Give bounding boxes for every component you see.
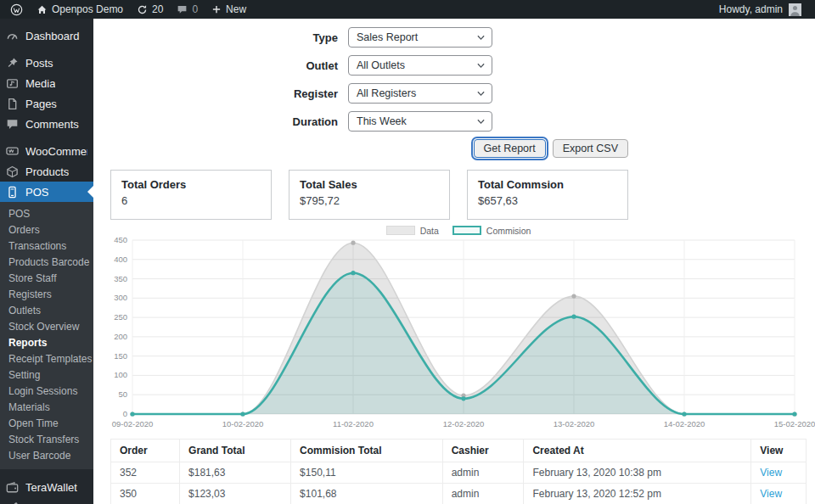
sidebar-item-dashboard[interactable]: Dashboard [0, 25, 93, 46]
chart-legend: Data Commision [110, 225, 807, 236]
sidebar-item-appearance[interactable]: Appearance [0, 497, 93, 504]
svg-text:50: 50 [118, 389, 127, 399]
svg-text:300: 300 [114, 293, 127, 302]
subitem-transactions[interactable]: Transactions [0, 238, 93, 255]
subitem-registers[interactable]: Registers [0, 287, 93, 303]
outlet-label: Outlet [110, 59, 338, 72]
commision-series-swatch [452, 226, 481, 235]
sidebar-item-posts[interactable]: Posts [0, 53, 93, 73]
new-label: New [226, 3, 246, 15]
chevron-down-icon [477, 35, 485, 41]
chevron-down-icon [477, 63, 485, 69]
subitem-pos[interactable]: POS [0, 206, 93, 222]
legend-item-commision[interactable]: Commision [452, 226, 531, 236]
svg-text:09-02-2020: 09-02-2020 [112, 419, 154, 428]
subitem-products-barcode[interactable]: Products Barcode [0, 255, 93, 271]
form-row-type: Type Sales Report [110, 27, 807, 48]
col-grand-total: Grand Total [180, 440, 291, 462]
duration-select[interactable]: This Week [348, 111, 492, 132]
register-select[interactable]: All Registers [348, 83, 492, 104]
svg-text:350: 350 [114, 274, 127, 283]
register-label: Register [110, 87, 338, 100]
sidebar-item-products[interactable]: Products [0, 161, 93, 182]
card-title: Total Sales [300, 178, 439, 191]
type-select[interactable]: Sales Report [348, 27, 492, 48]
view-order-link[interactable]: View [760, 467, 782, 479]
get-report-button[interactable]: Get Report [474, 139, 546, 158]
cashier: admin [442, 462, 524, 484]
register-select-value: All Registers [357, 87, 416, 99]
col-order: Order [111, 440, 180, 462]
comments-menu[interactable]: 0 [170, 0, 205, 19]
svg-text:10-02-2020: 10-02-2020 [222, 419, 264, 428]
svg-text:12-02-2020: 12-02-2020 [443, 419, 485, 428]
export-csv-button[interactable]: Export CSV [553, 139, 628, 158]
total-commission-card: Total Commsion $657,63 [467, 170, 628, 220]
outlet-select[interactable]: All Outlets [348, 55, 492, 76]
subitem-user-barcode[interactable]: User Barcode [0, 448, 93, 464]
dashboard-gauge-icon [6, 30, 19, 42]
updates-icon [137, 4, 148, 15]
sidebar-item-terawallet[interactable]: TeraWallet [0, 477, 93, 497]
sidebar-item-label: Media [25, 77, 55, 90]
my-account-menu[interactable]: Howdy, admin [712, 0, 808, 19]
sidebar-item-pages[interactable]: Pages [0, 93, 93, 114]
subitem-open-time[interactable]: Open Time [0, 416, 93, 432]
total-sales-card: Total Sales $795,72 [289, 170, 450, 220]
subitem-store-staff[interactable]: Store Staff [0, 271, 93, 287]
comment-bubble-icon [6, 118, 19, 131]
col-view: View [751, 440, 807, 462]
table-row: 350 $123,03 $101,68 admin February 13, 2… [111, 484, 807, 504]
col-created-at: Created At [524, 440, 751, 462]
new-content-menu[interactable]: New [205, 0, 253, 19]
card-title: Total Orders [121, 178, 261, 191]
pos-submenu: POS Orders Transactions Products Barcode… [0, 202, 93, 469]
created-at: February 13, 2020 10:38 pm [524, 462, 751, 484]
sidebar-item-woocommerce[interactable]: WooCommerce [0, 141, 93, 161]
subitem-receipt-templates[interactable]: Receipt Templates [0, 351, 93, 367]
svg-text:450: 450 [114, 235, 127, 244]
sidebar-item-label: POS [25, 186, 48, 199]
svg-text:0: 0 [123, 409, 127, 418]
card-value: 6 [121, 194, 261, 207]
data-series-swatch [386, 226, 415, 235]
subitem-materials[interactable]: Materials [0, 400, 93, 416]
card-value: $795,72 [300, 194, 439, 207]
orders-table: Order Grand Total Commision Total Cashie… [110, 439, 807, 504]
subitem-stock-transfers[interactable]: Stock Transfers [0, 432, 93, 448]
sidebar-item-label: Posts [25, 57, 53, 70]
subitem-stock-overview[interactable]: Stock Overview [0, 319, 93, 335]
sales-report-chart: 05010015020025030035040045009-02-202010-… [110, 236, 807, 434]
sidebar-item-label: WooCommerce [25, 145, 87, 158]
pushpin-icon [6, 57, 19, 70]
pos-device-icon [6, 186, 19, 199]
chevron-down-icon [477, 91, 485, 97]
sidebar-item-media[interactable]: Media [0, 73, 93, 93]
updates-menu[interactable]: 20 [130, 0, 170, 19]
sidebar-item-label: Comments [25, 118, 79, 131]
sidebar-item-pos[interactable]: POS [0, 182, 93, 202]
sidebar-item-label: TeraWallet [25, 481, 77, 494]
subitem-setting[interactable]: Setting [0, 367, 93, 384]
legend-item-data[interactable]: Data [386, 226, 439, 236]
wordpress-logo-icon [10, 3, 23, 16]
wordpress-menu-button[interactable] [3, 0, 30, 19]
svg-text:200: 200 [114, 332, 127, 341]
commision-total: $101,68 [291, 484, 443, 504]
svg-text:400: 400 [114, 255, 127, 264]
subitem-outlets[interactable]: Outlets [0, 303, 93, 319]
subitem-reports[interactable]: Reports [0, 335, 93, 351]
howdy-text: Howdy, admin [719, 3, 783, 15]
total-orders-card: Total Orders 6 [110, 170, 272, 220]
grand-total: $123,03 [180, 484, 291, 504]
subitem-login-sessions[interactable]: Login Sessions [0, 384, 93, 400]
type-select-value: Sales Report [357, 31, 418, 43]
table-row: 352 $181,63 $150,11 admin February 13, 2… [111, 462, 807, 484]
admin-bar: Openpos Demo 20 0 New Howdy, admin [0, 0, 815, 19]
subitem-orders[interactable]: Orders [0, 222, 93, 238]
view-order-link[interactable]: View [760, 488, 782, 500]
sidebar-item-comments[interactable]: Comments [0, 114, 93, 134]
site-name-menu[interactable]: Openpos Demo [30, 0, 130, 19]
svg-text:100: 100 [114, 370, 127, 379]
type-label: Type [110, 31, 338, 44]
